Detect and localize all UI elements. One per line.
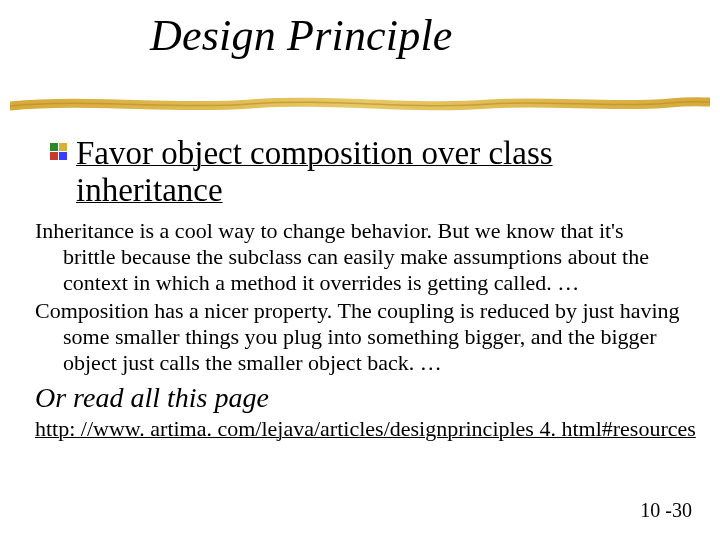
read-more-text: Or read all this page bbox=[35, 382, 269, 414]
body-paragraph-2: Composition has a nicer property. The co… bbox=[35, 298, 680, 376]
svg-rect-0 bbox=[50, 143, 58, 151]
bullet-item: Favor object composition over class inhe… bbox=[50, 135, 680, 209]
svg-rect-3 bbox=[59, 152, 67, 160]
slide-title: Design Principle bbox=[150, 10, 453, 61]
body-paragraph-1: Inheritance is a cool way to change beha… bbox=[35, 218, 680, 296]
bullet-icon bbox=[50, 143, 68, 161]
reference-url: http: //www. artima. com/lejava/articles… bbox=[35, 416, 696, 442]
svg-rect-2 bbox=[50, 152, 58, 160]
slide: Design Principle Favor object compositio… bbox=[0, 0, 720, 540]
svg-rect-1 bbox=[59, 143, 67, 151]
page-number: 10 -30 bbox=[640, 499, 692, 522]
bullet-text: Favor object composition over class inhe… bbox=[76, 135, 680, 209]
title-underline bbox=[10, 88, 710, 118]
